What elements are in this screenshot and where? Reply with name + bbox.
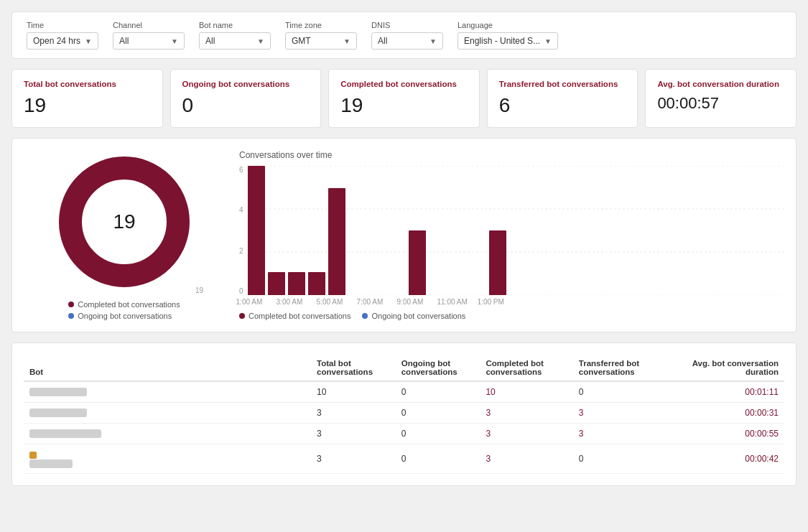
kpi-total-value: 19	[24, 94, 151, 117]
x-label	[458, 298, 475, 306]
chart-title: Conversations over time	[239, 150, 784, 160]
bot-indicator-icon	[29, 452, 37, 459]
chevron-down-icon: ▼	[171, 37, 178, 45]
table-cell: 3	[311, 444, 396, 474]
bar-item	[489, 230, 506, 295]
filter-botname-value: All	[205, 36, 215, 46]
bar-item	[288, 272, 305, 295]
kpi-avg-value: 00:00:57	[657, 94, 784, 113]
table-cell: 3	[311, 403, 396, 424]
table-row: 10010000:01:11	[24, 381, 784, 403]
filter-time: Time Open 24 hrs ▼	[27, 21, 98, 50]
filter-channel-select[interactable]: All ▼	[113, 32, 185, 50]
filter-dnis-select[interactable]: All ▼	[371, 32, 443, 50]
table-cell: 3	[311, 424, 396, 444]
bar-chart-legend: Completed bot conversations Ongoing bot …	[239, 312, 784, 320]
bar-legend-ongoing: Ongoing bot conversations	[362, 312, 465, 320]
table-row: 303000:00:42	[24, 444, 784, 474]
charts-section: 19 19 Completed bot conversations Ongoin…	[11, 138, 797, 332]
x-label: 9:00 AM	[397, 298, 414, 306]
table-row: 303300:00:55	[24, 424, 784, 444]
filter-botname-label: Bot name	[199, 21, 271, 29]
kpi-completed: Completed bot conversations 19	[328, 69, 480, 128]
kpi-transferred-label: Transferred bot conversations	[499, 80, 626, 88]
filter-language-select[interactable]: English - United S... ▼	[458, 32, 558, 50]
kpi-total-label: Total bot conversations	[24, 80, 151, 88]
kpi-total: Total bot conversations 19	[11, 69, 163, 128]
table-row: 303300:00:31	[24, 403, 784, 424]
legend-completed-label: Completed bot conversations	[78, 300, 180, 309]
donut-wrap: 19	[52, 150, 196, 294]
completed-dot	[68, 302, 74, 307]
y-label-2: 2	[239, 247, 243, 255]
chevron-down-icon: ▼	[257, 37, 264, 45]
table-cell: 0	[573, 381, 674, 403]
table-section: Bot Total bot conversations Ongoing bot …	[11, 342, 797, 486]
table-cell: 00:00:55	[674, 424, 784, 444]
filter-channel: Channel All ▼	[113, 21, 185, 50]
table-cell: 00:00:42	[674, 444, 784, 474]
bar-item	[248, 166, 265, 295]
bar-legend-ongoing-label: Ongoing bot conversations	[371, 312, 465, 320]
bot-name-placeholder	[29, 409, 87, 417]
ongoing-dot	[68, 313, 74, 319]
table-cell: 3	[480, 403, 572, 424]
filter-bar: Time Open 24 hrs ▼ Channel All ▼ Bot nam…	[11, 11, 797, 59]
kpi-transferred-value: 6	[499, 94, 626, 117]
filter-dnis-label: DNIS	[371, 21, 443, 29]
filter-timezone-select[interactable]: GMT ▼	[285, 32, 357, 50]
table-cell: 10	[311, 381, 396, 403]
chevron-down-icon: ▼	[85, 37, 92, 45]
table-body: 10010000:01:11303300:00:31303300:00:5530…	[24, 381, 784, 474]
table-cell: 10	[480, 381, 572, 403]
col-total: Total bot conversations	[311, 355, 396, 381]
chevron-down-icon: ▼	[429, 37, 437, 45]
y-label-0: 0	[239, 287, 243, 295]
x-label: 1:00 AM	[236, 298, 254, 306]
table-cell: 0	[396, 444, 480, 474]
col-avg: Avg. bot conversation duration	[674, 355, 784, 381]
x-label	[297, 298, 314, 306]
filter-timezone-label: Time zone	[285, 21, 357, 29]
col-ongoing: Ongoing bot conversations	[396, 355, 480, 381]
page-wrapper: Time Open 24 hrs ▼ Channel All ▼ Bot nam…	[0, 0, 808, 532]
table-cell: 0	[396, 403, 480, 424]
filter-botname-select[interactable]: All ▼	[199, 32, 271, 50]
filter-channel-label: Channel	[113, 21, 185, 29]
kpi-completed-value: 19	[340, 94, 468, 117]
kpi-ongoing: Ongoing bot conversations 0	[170, 69, 322, 128]
filter-channel-value: All	[119, 36, 129, 46]
filter-time-select[interactable]: Open 24 hrs ▼	[27, 32, 98, 50]
bot-name-placeholder	[29, 388, 87, 396]
filter-language-value: English - United S...	[464, 36, 540, 46]
data-table: Bot Total bot conversations Ongoing bot …	[24, 355, 784, 474]
bar-legend-completed: Completed bot conversations	[239, 312, 350, 320]
col-transferred: Transferred bot conversations	[573, 355, 674, 381]
legend-ongoing: Ongoing bot conversations	[68, 312, 172, 320]
bar-legend-completed-label: Completed bot conversations	[249, 312, 350, 320]
legend-ongoing-label: Ongoing bot conversations	[78, 312, 172, 320]
kpi-transferred: Transferred bot conversations 6	[487, 69, 638, 128]
filter-dnis-value: All	[378, 36, 387, 46]
kpi-completed-label: Completed bot conversations	[340, 80, 468, 88]
filter-language-label: Language	[458, 21, 558, 29]
bar-item	[268, 272, 285, 295]
table-cell: 0	[396, 424, 480, 444]
x-label: 5:00 AM	[317, 298, 334, 306]
donut-center-value: 19	[113, 210, 135, 233]
donut-chart: 19 19 Completed bot conversations Ongoin…	[24, 150, 225, 320]
table-cell: 3	[573, 424, 674, 444]
col-bot: Bot	[24, 355, 311, 381]
table-cell: 3	[573, 403, 674, 424]
kpi-avg: Avg. bot conversation duration 00:00:57	[645, 69, 797, 128]
x-label	[377, 298, 394, 306]
table-cell: 0	[396, 381, 480, 403]
x-label: 11:00 AM	[437, 298, 455, 306]
x-label: 3:00 AM	[277, 298, 294, 306]
bar-completed-dot	[239, 313, 245, 319]
filter-botname: Bot name All ▼	[199, 21, 271, 50]
kpi-row: Total bot conversations 19 Ongoing bot c…	[11, 69, 797, 128]
x-label: 1:00 PM	[478, 298, 495, 306]
table-cell: 3	[480, 444, 572, 474]
legend-completed: Completed bot conversations	[68, 300, 180, 309]
